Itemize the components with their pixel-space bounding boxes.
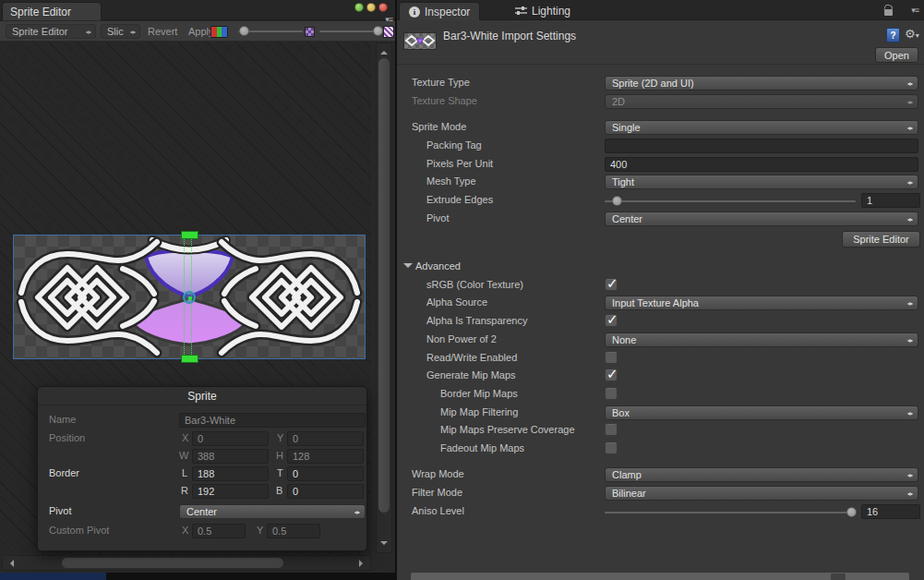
dropdown-arrows-icon xyxy=(906,335,914,346)
pivot-value: Center xyxy=(612,213,642,224)
custom-pivot-label: Custom Pivot xyxy=(49,525,109,536)
scroll-left-arrow-icon[interactable] xyxy=(6,560,14,567)
border-mip-maps-checkbox[interactable] xyxy=(605,387,618,400)
pivot-handle[interactable] xyxy=(183,291,196,304)
read-write-enabled-checkbox[interactable] xyxy=(605,351,618,364)
dropdown-arrows-icon xyxy=(906,214,914,225)
slice-dropdown-value: Slic xyxy=(107,26,124,37)
wrap-mode-dropdown[interactable]: Clamp xyxy=(605,467,918,482)
texture-shape-value: 2D xyxy=(612,96,625,107)
advanced-foldout[interactable]: Advanced xyxy=(415,260,461,272)
dropdown-arrows-icon xyxy=(906,470,914,481)
window-minimize-dot-icon[interactable] xyxy=(366,3,376,12)
texture-type-dropdown[interactable]: Sprite (2D and UI) xyxy=(605,76,918,91)
revert-button[interactable]: Revert xyxy=(142,24,183,39)
horizontal-scrollbar-thumb[interactable] xyxy=(62,558,283,568)
position-y-label: Y xyxy=(277,432,283,443)
read-write-enabled-label: Read/Write Enabled xyxy=(426,352,517,363)
generate-mip-maps-checkbox[interactable] xyxy=(605,369,618,381)
position-y-field[interactable]: 0 xyxy=(287,431,364,446)
position-w-field[interactable]: 388 xyxy=(192,449,269,464)
border-b-field[interactable]: 0 xyxy=(287,484,364,499)
zoom-slider-knob[interactable] xyxy=(239,26,249,36)
sprite-editor-button[interactable]: Sprite Editor xyxy=(842,231,920,248)
window-maximize-dot-icon[interactable] xyxy=(354,3,364,12)
aniso-level-field[interactable]: 16 xyxy=(861,504,920,519)
panel-pivot-dropdown[interactable]: Center xyxy=(179,504,366,519)
help-book-icon[interactable]: ? xyxy=(886,28,900,42)
aniso-level-slider[interactable] xyxy=(605,504,856,520)
tab-sprite-editor[interactable]: Sprite Editor xyxy=(2,2,102,20)
vertical-scrollbar-thumb[interactable] xyxy=(378,58,390,513)
sprite-texture-view[interactable] xyxy=(14,236,365,358)
non-power-of-2-dropdown[interactable]: None xyxy=(605,332,918,347)
slice-dropdown[interactable]: Slic xyxy=(101,24,140,39)
sprite-panel-title: Sprite xyxy=(187,390,216,403)
tab-lighting[interactable]: Lighting xyxy=(506,2,580,20)
mesh-type-dropdown[interactable]: Tight xyxy=(605,175,918,189)
position-h-field[interactable]: 128 xyxy=(287,449,364,464)
srgb-checkbox[interactable] xyxy=(605,278,618,291)
dropdown-arrows-icon xyxy=(85,27,92,38)
editor-mode-dropdown[interactable]: Sprite Editor xyxy=(6,24,96,39)
border-l-field[interactable]: 188 xyxy=(192,466,269,481)
gear-icon[interactable]: ⚙▾ xyxy=(905,27,919,41)
scroll-right-arrow-icon[interactable] xyxy=(359,560,366,567)
inspector-window: i Inspector Lighting ▾≡ Bar3-White Impo xyxy=(397,0,924,580)
sprite-name-field[interactable]: Bar3-White xyxy=(179,413,366,428)
vertical-scrollbar[interactable] xyxy=(376,42,392,553)
texture-type-value: Sprite (2D and UI) xyxy=(612,78,694,89)
device-icon xyxy=(831,574,846,580)
position-x-field[interactable]: 0 xyxy=(192,431,269,446)
rgb-channels-icon[interactable] xyxy=(210,26,228,38)
sprite-editor-tabbar: Sprite Editor ▾≡ xyxy=(0,0,395,20)
mip-preview-icon[interactable] xyxy=(305,27,315,37)
alpha-source-dropdown[interactable]: Input Texture Alpha xyxy=(605,296,918,310)
mip-maps-preserve-coverage-checkbox[interactable] xyxy=(605,423,618,436)
border-l-label: L xyxy=(182,467,187,478)
lighting-sliders-icon xyxy=(515,6,527,17)
extrude-edges-track xyxy=(605,200,856,202)
mip-map-filtering-dropdown[interactable]: Box xyxy=(605,405,918,420)
sprite-mode-dropdown[interactable]: Single xyxy=(605,120,918,135)
window-close-dot-icon[interactable] xyxy=(378,3,388,12)
custom-pivot-x-label: X xyxy=(182,525,188,536)
inspector-tabbar: i Inspector Lighting ▾≡ xyxy=(397,0,924,20)
open-button[interactable]: Open xyxy=(875,47,918,63)
zoom-slider[interactable] xyxy=(238,23,303,39)
border-r-field[interactable]: 192 xyxy=(192,484,269,499)
extrude-edges-label: Extrude Edges xyxy=(426,194,493,205)
dropdown-arrows-icon xyxy=(906,123,914,134)
foldout-triangle-icon[interactable] xyxy=(403,263,413,272)
lock-icon[interactable] xyxy=(884,9,893,16)
border-bottom-handle[interactable] xyxy=(181,355,198,363)
aniso-level-knob[interactable] xyxy=(846,507,857,517)
asset-thumbnail[interactable] xyxy=(403,32,437,50)
extrude-edges-slider[interactable] xyxy=(605,193,856,209)
panel-menu-icon[interactable]: ▾≡ xyxy=(911,6,918,15)
scroll-down-arrow-icon[interactable] xyxy=(380,541,388,549)
alpha-pattern-icon[interactable] xyxy=(383,26,394,38)
filter-mode-dropdown[interactable]: Bilinear xyxy=(605,486,918,501)
alpha-is-transparency-checkbox[interactable] xyxy=(605,314,618,327)
dropdown-arrows-icon xyxy=(906,298,914,309)
custom-pivot-x-field[interactable]: 0.5 xyxy=(192,524,246,538)
texture-shape-label: Texture Shape xyxy=(412,95,477,106)
border-t-field[interactable]: 0 xyxy=(287,466,364,481)
position-label: Position xyxy=(49,432,85,443)
tab-inspector[interactable]: i Inspector xyxy=(399,2,480,20)
packing-tag-field[interactable] xyxy=(605,139,918,153)
mip-slider-knob[interactable] xyxy=(373,26,383,36)
scroll-up-arrow-icon[interactable] xyxy=(380,47,388,54)
mip-slider[interactable] xyxy=(319,23,380,39)
dropdown-arrows-icon xyxy=(906,97,914,108)
platform-settings-bar[interactable] xyxy=(411,573,909,580)
pixels-per-unit-field[interactable]: 400 xyxy=(605,157,918,172)
custom-pivot-y-field[interactable]: 0.5 xyxy=(267,524,320,538)
horizontal-scrollbar[interactable] xyxy=(2,555,371,571)
fadeout-mip-maps-checkbox[interactable] xyxy=(605,441,618,454)
extrude-edges-field[interactable]: 1 xyxy=(861,193,920,208)
pivot-dropdown[interactable]: Center xyxy=(605,211,918,226)
border-top-handle[interactable] xyxy=(181,231,198,239)
extrude-edges-knob[interactable] xyxy=(612,196,622,206)
